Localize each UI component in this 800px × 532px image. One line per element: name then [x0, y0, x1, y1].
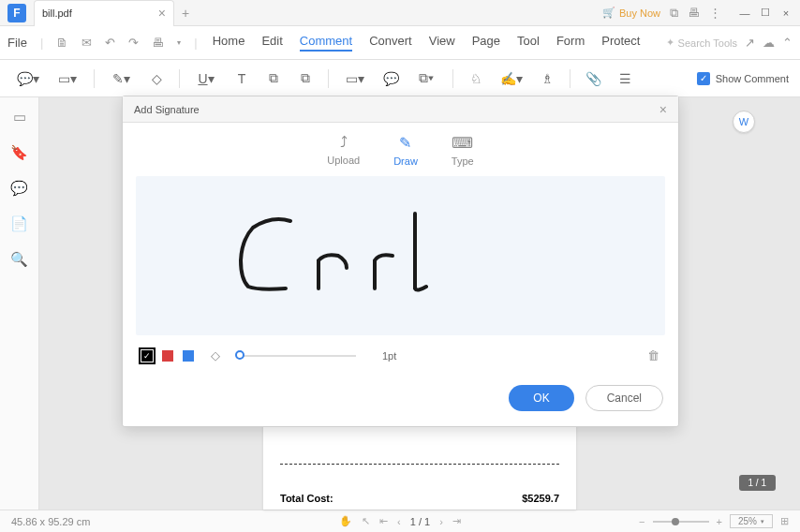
menu-right: ✦ Search Tools ↗ ☁ ⌃: [666, 36, 793, 50]
menubar: File | 🗎 ✉ ↶ ↷ 🖶 ▾ | Home Edit Comment C…: [0, 26, 800, 60]
select-tool-icon[interactable]: ↖: [362, 515, 370, 527]
zoom-in-icon[interactable]: +: [717, 516, 722, 527]
mail-icon[interactable]: ✉: [81, 36, 92, 50]
prev-page-icon[interactable]: ‹: [397, 516, 401, 527]
menu-tool[interactable]: Tool: [517, 34, 540, 52]
menu-comment[interactable]: Comment: [300, 34, 352, 52]
menu-protect[interactable]: Protect: [601, 34, 640, 52]
file-menu[interactable]: File: [7, 36, 27, 50]
share-icon[interactable]: ⧉: [670, 6, 678, 21]
dashed-divider: [280, 464, 559, 465]
cloud-icon[interactable]: ☁: [763, 36, 775, 50]
zoom-select[interactable]: 25% ▾: [730, 514, 773, 528]
window-controls: — ☐ ×: [738, 7, 793, 20]
first-page-icon[interactable]: ⇤: [379, 515, 388, 527]
text-alt-tool[interactable]: ⧉: [292, 66, 319, 92]
bookmark-icon[interactable]: 🔖: [10, 144, 28, 161]
list-tool[interactable]: ☰: [612, 66, 638, 92]
eraser-icon[interactable]: ◇: [211, 348, 220, 362]
eraser-tool[interactable]: ◇: [143, 66, 170, 92]
external-link-icon[interactable]: ↗: [745, 36, 755, 50]
sep: [452, 69, 453, 88]
buy-now-label: Buy Now: [619, 7, 660, 19]
color-blue[interactable]: [183, 350, 194, 362]
next-page-icon[interactable]: ›: [439, 516, 443, 527]
print-menu-icon[interactable]: 🖶: [152, 36, 164, 50]
menu-view[interactable]: View: [429, 34, 455, 52]
fit-screen-icon[interactable]: ⊞: [780, 515, 789, 527]
close-window-icon[interactable]: ×: [779, 7, 793, 20]
tab-close-icon[interactable]: ×: [158, 6, 166, 21]
pencil-tool[interactable]: ✎▾: [104, 66, 138, 92]
signature-tool[interactable]: ✍▾: [495, 66, 528, 92]
tab-type[interactable]: ⌨ Type: [452, 134, 474, 167]
zoom-value: 25%: [738, 516, 757, 526]
sep: [179, 69, 180, 88]
chevron-down-icon: ▾: [761, 518, 764, 525]
cart-icon: 🛒: [602, 7, 615, 19]
search-panel-icon[interactable]: 🔍: [10, 251, 28, 268]
signature-draw-area[interactable]: [136, 176, 665, 335]
underline-tool[interactable]: U▾: [189, 66, 223, 92]
last-page-icon[interactable]: ⇥: [452, 515, 461, 527]
total-cost-value: $5259.7: [522, 493, 559, 504]
callout-tool[interactable]: 💬: [378, 66, 404, 92]
thumbnails-icon[interactable]: ▭: [13, 109, 26, 126]
tab-upload[interactable]: ⤴ Upload: [327, 134, 360, 167]
save-icon[interactable]: 🗎: [56, 36, 68, 50]
color-red[interactable]: [162, 350, 173, 362]
ok-button[interactable]: OK: [509, 385, 573, 411]
menu-edit[interactable]: Edit: [261, 34, 282, 52]
menu-left: File | 🗎 ✉ ↶ ↷ 🖶 ▾ |: [7, 36, 198, 50]
search-tools[interactable]: ✦ Search Tools: [666, 37, 737, 49]
trash-icon[interactable]: 🗑: [647, 348, 659, 362]
color-black[interactable]: [141, 350, 153, 362]
zoom-out-icon[interactable]: −: [639, 516, 644, 527]
textbox-tool[interactable]: ▭▾: [51, 66, 84, 92]
stroke-label: 1pt: [382, 350, 396, 362]
redo-icon[interactable]: ↷: [128, 36, 139, 50]
upload-icon: ⤴: [340, 134, 348, 151]
modal-close-icon[interactable]: ×: [659, 102, 667, 117]
cancel-button[interactable]: Cancel: [585, 385, 663, 411]
buy-now-link[interactable]: 🛒 Buy Now: [602, 7, 660, 19]
zoom-slider[interactable]: [653, 521, 709, 523]
tab-draw[interactable]: ✎ Draw: [393, 134, 418, 167]
menu-home[interactable]: Home: [213, 34, 245, 52]
menu-sep-2: |: [194, 36, 197, 50]
total-cost-label: Total Cost:: [280, 493, 333, 504]
textpos-tool[interactable]: ⧉: [260, 66, 287, 92]
more-icon[interactable]: ⋮: [709, 6, 721, 20]
tab-add-icon[interactable]: +: [182, 6, 189, 21]
show-comment-toggle[interactable]: ✓ Show Comment: [697, 72, 789, 85]
measure-tool[interactable]: ⧉▾: [409, 66, 443, 92]
note-tool[interactable]: 💬▾: [11, 66, 45, 92]
attachment-tool[interactable]: 📎: [580, 66, 606, 92]
zoom-thumb[interactable]: [672, 518, 679, 525]
slider-thumb[interactable]: [235, 350, 244, 360]
comments-panel-icon[interactable]: 💬: [10, 180, 28, 197]
titlebar: F bill.pdf × + 🛒 Buy Now ⧉ 🖶 ⋮ — ☐ ×: [0, 0, 800, 26]
menu-form[interactable]: Form: [556, 34, 585, 52]
file-icon[interactable]: 📄: [10, 215, 28, 232]
print-icon[interactable]: 🖶: [688, 6, 700, 20]
hand-tool-icon[interactable]: ✋: [339, 515, 352, 527]
word-float-button[interactable]: W: [733, 111, 755, 133]
approved-tool[interactable]: ♗: [534, 66, 560, 92]
signature-controls: ◇ 1pt 🗑: [123, 337, 678, 374]
add-signature-modal: Add Signature × ⤴ Upload ✎ Draw ⌨ Type: [122, 96, 679, 427]
expand-icon[interactable]: ⌃: [782, 36, 793, 50]
menu-convert[interactable]: Convert: [369, 34, 412, 52]
page-number[interactable]: 1 / 1: [410, 516, 430, 527]
document-tab[interactable]: bill.pdf ×: [34, 0, 174, 26]
menu-page[interactable]: Page: [472, 34, 500, 52]
stamp-tool[interactable]: ♘: [463, 66, 489, 92]
minimize-icon[interactable]: —: [738, 7, 751, 20]
tab-filename: bill.pdf: [42, 7, 72, 19]
shape-tool[interactable]: ▭▾: [338, 66, 372, 92]
chevron-down-icon[interactable]: ▾: [177, 38, 181, 47]
text-tool[interactable]: T: [229, 66, 255, 92]
maximize-icon[interactable]: ☐: [759, 7, 772, 20]
stroke-slider[interactable]: [239, 355, 356, 357]
undo-icon[interactable]: ↶: [105, 36, 115, 50]
